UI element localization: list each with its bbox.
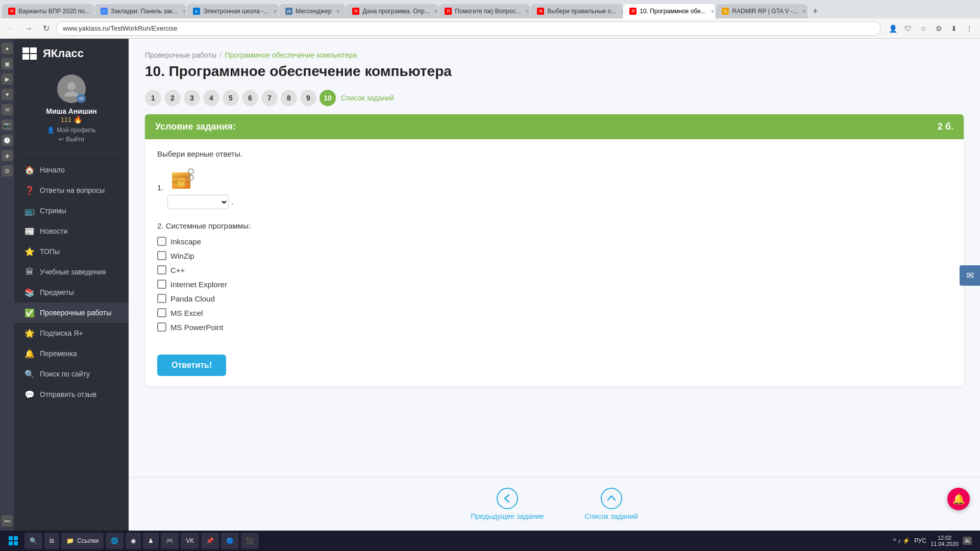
mini-icon-more[interactable]: ••• (2, 515, 13, 527)
checkbox-ie[interactable]: Internet Explorer (157, 277, 951, 291)
start-button[interactable] (4, 532, 22, 550)
tab-4-close[interactable]: × (336, 9, 339, 14)
nav-schools[interactable]: 🏛 Учебные заведения (14, 262, 129, 282)
checkbox-panda-box[interactable] (157, 294, 166, 303)
task-num-8[interactable]: 8 (281, 90, 297, 106)
taskbar-task-view[interactable]: ⧉ (44, 533, 59, 549)
tab-3[interactable]: e Электронная школа -... × (187, 4, 279, 18)
extensions-icon[interactable]: ⚙ (932, 22, 945, 35)
tab-5-close[interactable]: × (435, 9, 438, 14)
nav-qa[interactable]: ❓ Ответы на вопросы (14, 180, 129, 201)
task-num-2[interactable]: 2 (164, 90, 181, 106)
question-1-dropdown[interactable]: Архиватор Редактор Браузер (167, 195, 229, 209)
task-num-3[interactable]: 3 (184, 90, 200, 106)
nav-subjects[interactable]: 📚 Предметы (14, 282, 129, 303)
mini-icon-7[interactable]: 🕐 (2, 135, 13, 146)
task-header: Условие задания: 2 б. (145, 114, 964, 139)
tab-2-close[interactable]: × (183, 9, 186, 14)
tab-4[interactable]: vk Мессенджер × (279, 4, 346, 18)
checkbox-powerpoint[interactable]: MS PowerPoint (157, 320, 951, 334)
tab-2[interactable]: ☆ Закладки: Панель зак... × (94, 4, 186, 18)
breadcrumb-root-link[interactable]: Проверочные работы (145, 51, 216, 59)
email-fab[interactable]: ✉ (960, 265, 980, 286)
taskbar-vk[interactable]: VK (181, 533, 199, 549)
nav-streams[interactable]: 📺 Стримы (14, 201, 129, 221)
nav-tops[interactable]: ⭐ ТОПы (14, 241, 129, 262)
taskbar-app2-icon: 🔵 (226, 537, 234, 544)
tab-8[interactable]: Я 10. Программное обе... × (623, 4, 715, 18)
back-button[interactable]: ← (4, 21, 18, 36)
logout-link[interactable]: ↩ Выйти (59, 136, 84, 143)
tab-3-close[interactable]: × (274, 9, 277, 14)
mini-icon-2[interactable]: ▣ (2, 58, 13, 69)
checkbox-ie-box[interactable] (157, 280, 166, 289)
nav-feedback[interactable]: 💬 Отправить отзыв (14, 384, 129, 405)
mini-icon-1[interactable]: ● (2, 43, 13, 54)
tab-6[interactable]: Я Помогите пж) Вопрос... × (438, 4, 530, 18)
task-num-5[interactable]: 5 (223, 90, 239, 106)
taskbar-search[interactable]: 🔍 (24, 533, 42, 549)
checkbox-inkscape[interactable]: Inkscape (157, 234, 951, 248)
taskbar-discord[interactable]: 🎮 (161, 533, 179, 549)
task-list-nav-link[interactable]: Список заданий (341, 94, 394, 102)
nav-news[interactable]: 📰 Новости (14, 221, 129, 241)
mini-icon-8[interactable]: ◈ (2, 150, 13, 161)
task-num-4[interactable]: 4 (203, 90, 219, 106)
more-icon[interactable]: ⋮ (963, 22, 976, 35)
checkbox-winzip-box[interactable] (157, 251, 166, 260)
taskbar-app1[interactable]: 📌 (201, 533, 219, 549)
taskbar-steam[interactable]: ♟ (143, 533, 159, 549)
tab-8-close[interactable]: × (711, 9, 714, 14)
taskbar-app2[interactable]: 🔵 (221, 533, 239, 549)
taskbar-explorer[interactable]: 📁 Ссылки (61, 533, 104, 549)
taskbar-steam-icon: ♟ (148, 537, 154, 544)
mini-icon-6[interactable]: 📷 (2, 119, 13, 131)
mini-icon-5[interactable]: ✉ (2, 104, 13, 115)
shield-icon[interactable]: 🛡 (901, 22, 915, 35)
taskbar-chrome[interactable]: ◉ (126, 533, 141, 549)
nav-search[interactable]: 🔍 Поиск по сайту (14, 364, 129, 384)
tab-9[interactable]: G RADMIR RP | GTA V -... × (716, 4, 807, 18)
checkbox-cpp[interactable]: C++ (157, 263, 951, 277)
tab-5[interactable]: Я Дана программа. Опр... × (346, 4, 438, 18)
mini-icon-4[interactable]: ♥ (2, 89, 13, 100)
mini-icon-3[interactable]: ▶ (2, 73, 13, 85)
tab-7-close[interactable]: × (621, 9, 623, 14)
taskbar-edge[interactable]: 🌐 (106, 533, 124, 549)
download-icon[interactable]: ⬇ (947, 22, 961, 35)
task-num-9[interactable]: 9 (300, 90, 316, 106)
checkbox-winzip[interactable]: WinZip (157, 248, 951, 263)
forward-button[interactable]: → (21, 21, 36, 36)
task-num-6[interactable]: 6 (242, 90, 258, 106)
nav-subscription[interactable]: 🌟 Подписка Я+ (14, 323, 129, 343)
reload-button[interactable]: ↻ (39, 21, 53, 36)
checkbox-inkscape-box[interactable] (157, 237, 166, 246)
task-num-1[interactable]: 1 (145, 90, 161, 106)
tab-6-close[interactable]: × (526, 9, 529, 14)
mini-icon-9[interactable]: ⚙ (2, 165, 13, 177)
checkbox-powerpoint-box[interactable] (157, 322, 166, 332)
submit-button[interactable]: Ответить! (157, 355, 226, 376)
taskbar-discord-icon: 🎮 (166, 537, 174, 544)
task-num-10[interactable]: 10 (320, 90, 336, 106)
task-list-button[interactable]: Список заданий (585, 488, 638, 520)
prev-task-button[interactable]: Предыдущее задание (471, 488, 544, 520)
new-tab-button[interactable]: + (808, 4, 822, 18)
bell-fab[interactable]: 🔔 (947, 488, 970, 510)
task-num-7[interactable]: 7 (261, 90, 278, 106)
nav-tests[interactable]: ✅ Проверочные работы (14, 303, 129, 323)
taskbar-app3[interactable]: ⬛ (241, 533, 259, 549)
checkbox-panda[interactable]: Panda Cloud (157, 291, 951, 306)
nav-home[interactable]: 🏠 Начало (14, 160, 129, 180)
tab-9-close[interactable]: × (803, 9, 806, 14)
profile-icon[interactable]: 👤 (886, 22, 899, 35)
checkbox-excel[interactable]: MS Excel (157, 306, 951, 320)
address-input[interactable] (56, 21, 881, 36)
checkbox-excel-box[interactable] (157, 308, 166, 317)
checkbox-cpp-box[interactable] (157, 265, 166, 274)
tab-1[interactable]: Я Варианты ВПР 2020 по... × (2, 4, 94, 18)
tab-7[interactable]: Я Выбери правильные о... × (531, 4, 623, 18)
profile-link[interactable]: 👤 Мой профиль (47, 127, 96, 134)
nav-break[interactable]: 🔔 Переменка (14, 343, 129, 364)
star-bookmark-icon[interactable]: ☆ (917, 22, 930, 35)
